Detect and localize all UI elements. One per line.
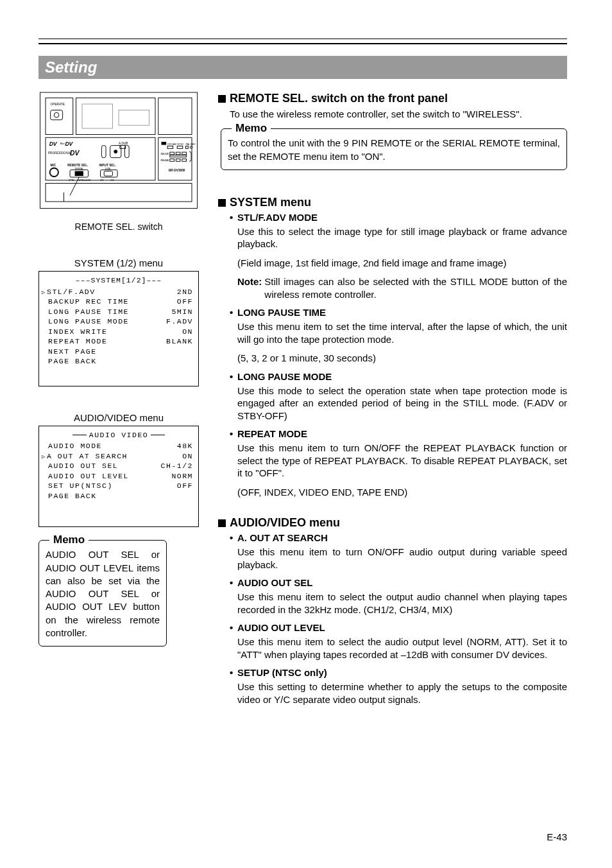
right-memo: Memo To control the unit with the 9 PIN … [221, 128, 567, 170]
rule-icon [151, 435, 165, 435]
system-menu-box: –––SYSTEM[1/2]––– STL/F.ADV2NDBACKUP REC… [38, 271, 199, 386]
av-menu-header: AUDIO VIDEO [89, 430, 148, 440]
menu-item: INDEX WRITEON [44, 327, 193, 337]
left-memo: Memo AUDIO OUT SEL or AUDIO OUT LEVEL it… [38, 540, 167, 647]
svg-rect-17 [101, 146, 106, 158]
bullet-desc: (OFF, INDEX, VIDEO END, TAPE END) [237, 486, 567, 499]
svg-rect-52 [170, 159, 174, 162]
svg-text:MIC: MIC [51, 164, 56, 167]
svg-rect-3 [51, 110, 63, 120]
bullet-desc: Use this menu item to select the output … [237, 591, 567, 616]
svg-text:CH-2/4: CH-2/4 [161, 159, 169, 162]
svg-point-19 [114, 150, 117, 153]
bullet-desc: Use this mode to select the operation st… [237, 385, 567, 422]
av-menu-caption: AUDIO/VIDEO menu [38, 412, 199, 423]
device-illustration: OPERATE DV Mini DV PROFESSIONAL DV A.DUB [38, 92, 199, 216]
svg-text:PROFESSIONAL: PROFESSIONAL [48, 152, 72, 155]
system-menu-caption: SYSTEM (1/2) menu [38, 257, 199, 268]
left-column: OPERATE DV Mini DV PROFESSIONAL DV A.DUB [38, 92, 199, 724]
bullet-heading: •LONG PAUSE MODE [230, 371, 567, 383]
svg-rect-49 [182, 152, 187, 155]
svg-point-22 [50, 168, 58, 177]
menu-item: NEXT PAGE [44, 347, 193, 357]
svg-text:NTSC: NTSC [177, 143, 184, 146]
menu-item: AUDIO OUT SELCH-1/2 [44, 461, 193, 471]
bullet-desc: (5, 3, 2 or 1 minute, 30 seconds) [237, 352, 567, 365]
menu-item: LONG PAUSE TIME5MIN [44, 307, 193, 317]
svg-rect-53 [176, 159, 180, 162]
svg-text:A.DUB: A.DUB [119, 142, 128, 145]
svg-rect-42 [167, 146, 173, 149]
bullet-heading: •A. OUT AT SEARCH [230, 532, 567, 544]
menu-item: LONG PAUSE MODEF.ADV [44, 317, 193, 327]
menu-item: AUDIO OUT LEVELNORM [44, 471, 193, 482]
rule-thick [38, 43, 567, 44]
menu-item: AUDIO MODE48K [44, 441, 193, 451]
svg-rect-6 [82, 104, 113, 128]
svg-text:PAL: PAL [186, 143, 191, 146]
bullet-heading: •STL/F.ADV MODE [230, 212, 567, 224]
memo-body: To control the unit with the 9 PIN REMOT… [228, 137, 560, 161]
av-heading: AUDIO/VIDEO menu [218, 516, 567, 530]
menu-item: PAGE BACK [44, 491, 193, 501]
page: Setting OPERATE DV [0, 0, 612, 868]
svg-text:DV: DV [49, 141, 58, 147]
square-bullet-icon [218, 95, 226, 103]
menu-item: PAGE BACK [44, 356, 193, 367]
svg-rect-5 [76, 98, 156, 135]
av-menu-box: AUDIO VIDEO AUDIO MODE48KA OUT AT SEARCH… [38, 426, 199, 528]
remote-lead: To use the wireless remote controller, s… [230, 108, 567, 121]
columns: OPERATE DV Mini DV PROFESSIONAL DV A.DUB [38, 92, 567, 724]
menu-item: SET UP(NTSC)OFF [44, 481, 193, 491]
svg-text:Mini: Mini [60, 143, 65, 145]
svg-text:OPERATE: OPERATE [51, 103, 65, 106]
bullet-heading: •AUDIO OUT SEL [230, 577, 567, 589]
bullet-desc: Use this menu item to turn ON/OFF audio … [237, 546, 567, 571]
menu-item: REPEAT MODEBLANK [44, 336, 193, 347]
rule-thin [38, 39, 567, 39]
square-bullet-icon [218, 199, 226, 207]
av-section: AUDIO/VIDEO menu •A. OUT AT SEARCHUse th… [218, 516, 567, 706]
svg-rect-47 [170, 152, 174, 155]
svg-text:REMOTE SEL.: REMOTE SEL. [67, 164, 88, 167]
svg-rect-7 [119, 110, 149, 126]
svg-text:SERIAL: SERIAL [75, 168, 84, 170]
bullet-heading: •AUDIO OUT LEVEL [230, 622, 567, 634]
system-section: SYSTEM menu •STL/F.ADV MODEUse this to s… [218, 196, 567, 499]
svg-text:DV: DV [65, 141, 73, 147]
bullet-heading: •LONG PAUSE TIME [230, 307, 567, 319]
svg-text:CH-1/3: CH-1/3 [161, 153, 169, 155]
svg-rect-50 [170, 155, 187, 157]
page-title: Setting [38, 56, 567, 79]
bullet-heading: •REPEAT MODE [230, 428, 567, 440]
memo-heading: Memo [49, 533, 89, 548]
memo-heading: Memo [232, 121, 271, 136]
svg-rect-44 [186, 146, 189, 149]
svg-text:Y/C: Y/C [110, 179, 115, 182]
svg-point-4 [54, 112, 59, 117]
page-number: E-43 [547, 831, 567, 842]
bullet-note: Note: Still images can also be selected … [237, 275, 567, 300]
svg-text:DV: DV [70, 150, 80, 157]
svg-rect-56 [46, 184, 192, 202]
menu-item: STL/F.ADV2ND [44, 287, 193, 297]
svg-rect-54 [182, 159, 187, 162]
bullet-desc: Use this menu item to select the audio o… [237, 636, 567, 661]
svg-text:W'RELESS: W'RELESS [78, 179, 91, 182]
svg-rect-8 [158, 98, 192, 135]
rule-icon [72, 435, 87, 435]
system-heading: SYSTEM menu [218, 196, 567, 209]
svg-rect-48 [176, 152, 180, 155]
bullet-desc: Use this menu item to turn ON/OFF the RE… [237, 442, 567, 480]
square-bullet-icon [218, 519, 226, 527]
bullet-heading: •SETUP (NTSC only) [230, 667, 567, 679]
bullet-desc: (Field image, 1st field image, 2nd field… [237, 257, 567, 270]
svg-text:9PIN: 9PIN [69, 179, 74, 182]
svg-rect-0 [40, 92, 197, 209]
svg-text:DV: DV [101, 179, 105, 182]
svg-text:REC: REC [191, 143, 196, 146]
svg-rect-37 [162, 142, 167, 145]
svg-text:DVCAM: DVCAM [167, 143, 176, 146]
svg-rect-26 [75, 171, 83, 177]
bullet-desc: Use this to select the image type for st… [237, 225, 567, 250]
